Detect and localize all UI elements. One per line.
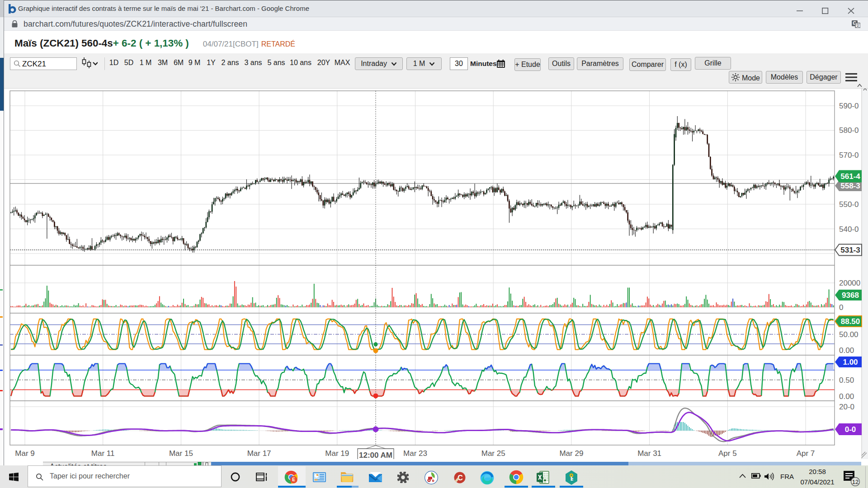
svg-text:0.50: 0.50	[839, 376, 854, 385]
svg-text:Mar 31: Mar 31	[637, 449, 661, 458]
svg-text:Mar 15: Mar 15	[169, 449, 193, 458]
svg-text:531-3: 531-3	[840, 246, 860, 254]
svg-text:Mar 19: Mar 19	[325, 449, 349, 458]
svg-text:20000: 20000	[839, 279, 860, 287]
svg-text:Mar 9: Mar 9	[15, 449, 34, 458]
svg-text:9368: 9368	[842, 291, 859, 300]
svg-text:Apr 5: Apr 5	[718, 449, 737, 458]
svg-text:Mar 29: Mar 29	[559, 449, 583, 458]
svg-text:12:00 AM: 12:00 AM	[359, 451, 392, 459]
svg-text:E: E	[292, 477, 295, 482]
svg-text:20-0: 20-0	[839, 403, 854, 411]
svg-text:590-0: 590-0	[839, 102, 859, 110]
svg-text:550-0: 550-0	[839, 200, 859, 209]
svg-text:0-0: 0-0	[845, 425, 856, 434]
svg-text:570-0: 570-0	[839, 151, 859, 160]
svg-text:0: 0	[839, 303, 843, 312]
svg-text:561-4: 561-4	[840, 172, 860, 181]
svg-text:Mar 23: Mar 23	[403, 449, 427, 458]
svg-text:0.00: 0.00	[839, 346, 854, 355]
svg-text:580-0: 580-0	[839, 126, 859, 135]
svg-text:Mar 17: Mar 17	[247, 449, 271, 458]
svg-text:Mar 11: Mar 11	[91, 449, 115, 458]
svg-text:88.50: 88.50	[841, 317, 860, 326]
svg-text:Apr 7: Apr 7	[797, 449, 815, 458]
svg-text:文: 文	[856, 23, 860, 28]
svg-text:1.00: 1.00	[843, 358, 858, 366]
svg-text:12: 12	[852, 479, 859, 485]
svg-text:0.00: 0.00	[839, 392, 854, 401]
svg-text:Mar 25: Mar 25	[481, 449, 505, 458]
svg-text:540-0: 540-0	[839, 225, 859, 234]
svg-text:558-3: 558-3	[840, 182, 860, 190]
svg-text:50.00: 50.00	[839, 330, 859, 339]
